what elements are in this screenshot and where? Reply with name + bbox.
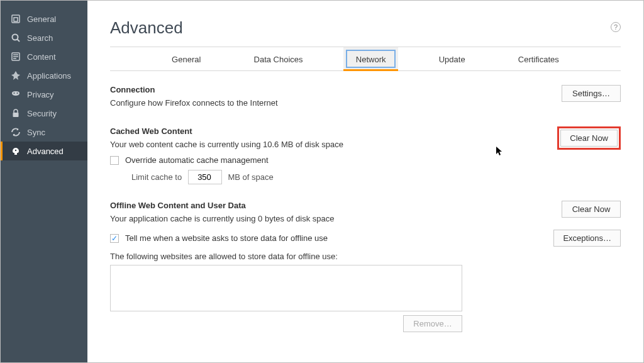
svg-line-3 (18, 40, 20, 42)
offline-clear-button[interactable]: Clear Now (562, 201, 621, 218)
sidebar-item-label: Search (27, 33, 53, 43)
override-cache-label: Override automatic cache management (125, 155, 269, 165)
connection-title: Connection (110, 85, 552, 94)
sidebar-item-general[interactable]: General (1, 9, 87, 28)
sidebar-item-content[interactable]: Content (1, 47, 87, 66)
tab-general[interactable]: General (159, 47, 213, 70)
sidebar-item-label: Applications (27, 71, 71, 81)
sidebar-item-sync[interactable]: Sync (1, 123, 87, 142)
sidebar-item-label: Content (27, 52, 56, 62)
override-cache-checkbox[interactable] (110, 156, 119, 165)
svg-point-8 (14, 92, 15, 94)
sidebar-item-privacy[interactable]: Privacy (1, 85, 87, 104)
sidebar-item-label: Privacy (27, 90, 54, 99)
sidebar: General Search Content Applications Priv… (1, 1, 87, 362)
general-icon (9, 14, 22, 24)
sidebar-item-advanced[interactable]: Advanced (1, 142, 87, 160)
connection-desc: Configure how Firefox connects to the In… (110, 98, 552, 108)
cache-clear-button[interactable]: Clear Now (560, 130, 618, 147)
connection-settings-button[interactable]: Settings… (562, 85, 621, 102)
svg-rect-10 (13, 113, 19, 117)
lock-icon (9, 108, 22, 118)
limit-suffix: MB of space (228, 172, 273, 182)
cache-title: Cached Web Content (110, 126, 547, 136)
advanced-icon (9, 146, 22, 156)
sidebar-item-label: Security (27, 109, 57, 118)
svg-point-9 (17, 92, 18, 94)
sidebar-item-label: Advanced (27, 147, 64, 156)
sidebar-item-security[interactable]: Security (1, 104, 87, 123)
tabbar: General Data Choices Network Update Cert… (110, 47, 621, 71)
remove-button[interactable]: Remove… (403, 315, 462, 332)
offline-status: Your application cache is currently usin… (110, 214, 552, 223)
sync-icon (9, 127, 22, 137)
cache-limit-input[interactable] (188, 170, 222, 184)
limit-prefix: Limit cache to (131, 172, 182, 182)
svg-point-12 (15, 150, 16, 151)
tab-certificates[interactable]: Certificates (506, 47, 572, 70)
svg-rect-11 (14, 153, 17, 155)
help-icon[interactable]: ? (611, 22, 621, 32)
content-icon (9, 52, 22, 62)
tab-data-choices[interactable]: Data Choices (242, 47, 316, 70)
tab-network[interactable]: Network (343, 47, 399, 70)
page-title: Advanced (110, 18, 621, 38)
main-content: ? Advanced General Data Choices Network … (87, 1, 643, 362)
tell-me-label: Tell me when a website asks to store dat… (125, 233, 328, 243)
offline-sites-list[interactable] (110, 265, 462, 311)
tab-update[interactable]: Update (426, 47, 478, 70)
sidebar-item-applications[interactable]: Applications (1, 66, 87, 85)
sidebar-item-label: Sync (27, 128, 45, 137)
tell-me-checkbox[interactable] (110, 234, 119, 243)
privacy-icon (9, 89, 22, 99)
svg-point-2 (13, 35, 18, 40)
sidebar-item-search[interactable]: Search (1, 28, 87, 47)
cache-limit-row: Limit cache to MB of space (131, 170, 621, 184)
highlight-annotation: Clear Now (557, 126, 621, 150)
applications-icon (9, 70, 22, 81)
sidebar-item-label: General (27, 14, 56, 24)
allowed-label: The following websites are allowed to st… (110, 252, 621, 261)
offline-title: Offline Web Content and User Data (110, 201, 552, 210)
search-icon (9, 33, 22, 43)
svg-rect-1 (14, 18, 18, 21)
cache-status: Your web content cache is currently usin… (110, 140, 547, 149)
exceptions-button[interactable]: Exceptions… (553, 230, 621, 247)
